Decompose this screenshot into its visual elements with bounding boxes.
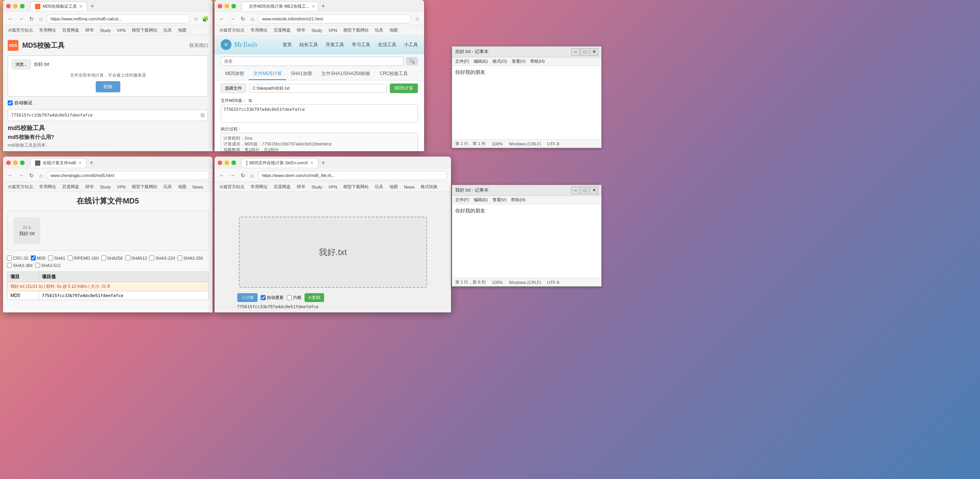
notepad2-content[interactable]: 你好我的朋友	[452, 204, 601, 278]
address-bar-win1[interactable]	[46, 14, 190, 23]
star-icon-win1[interactable]: ☆	[193, 15, 200, 23]
nav-study[interactable]: 学习工具	[352, 42, 370, 48]
notepad1-min-btn[interactable]: ─	[571, 48, 580, 56]
back-btn-win2[interactable]: ←	[218, 15, 226, 23]
reload-btn-win4[interactable]: ↻	[239, 172, 247, 179]
checkbox-sha512[interactable]: SHA512	[125, 255, 147, 260]
bm-baidu-win3[interactable]: 百度网盘	[61, 183, 81, 190]
tab-close-win2[interactable]: ✕	[312, 4, 315, 8]
tab-md5-encrypt[interactable]: MD5加密	[221, 68, 249, 80]
address-bar-win2[interactable]	[258, 14, 411, 23]
bm-map-win2[interactable]: 地图	[388, 27, 399, 34]
notepad1-max-btn[interactable]: □	[581, 48, 589, 56]
choose-file-btn[interactable]: 选择文件	[221, 83, 246, 93]
bm-common-win3[interactable]: 常用网址	[38, 183, 58, 190]
bm-common-win2[interactable]: 常用网址	[249, 27, 269, 34]
bm-model-win3[interactable]: 模型下载网站	[130, 183, 159, 190]
bm-map-win3[interactable]: 地图	[176, 183, 188, 190]
drop-zone-win4[interactable]: 我好.txt	[239, 217, 427, 288]
back-btn-win1[interactable]: ←	[6, 15, 15, 23]
metools-search-btn[interactable]: 🔍	[406, 57, 418, 65]
max-btn-win2[interactable]	[231, 4, 236, 8]
bm-huohu-win4[interactable]: 火狐官方站点	[218, 183, 246, 190]
bm-yanhua-win2[interactable]: 研华	[295, 27, 307, 34]
checkbox-sha3-256[interactable]: SHA3-256	[177, 255, 203, 260]
notepad1-menu-file[interactable]: 文件(F)	[455, 58, 469, 64]
bookmark-map[interactable]: 地图	[176, 27, 188, 34]
bm-news-win4[interactable]: News	[403, 184, 416, 190]
bm-huohu-win2[interactable]: 火狐官方站点	[218, 27, 246, 34]
checkbox-crc32[interactable]: CRC-32	[7, 255, 28, 260]
bm-map-win4[interactable]: 地图	[388, 183, 399, 190]
auto-verify-checkbox[interactable]	[8, 100, 13, 105]
checkbox-md5[interactable]: MD5	[31, 255, 46, 260]
md5-contact[interactable]: 联系我们	[190, 42, 208, 49]
notepad1-menu-format[interactable]: 格式(O)	[492, 58, 507, 64]
checkbox-sha256[interactable]: SHA256	[101, 255, 123, 260]
verify-button[interactable]: 校验	[96, 81, 120, 92]
nav-small[interactable]: 小工具	[404, 42, 418, 48]
notepad2-close-btn[interactable]: ✕	[590, 187, 598, 194]
nav-life[interactable]: 生活工具	[378, 42, 396, 48]
bookmark-yanhua[interactable]: 研华	[84, 27, 95, 34]
new-tab-btn-win1[interactable]: +	[89, 3, 95, 10]
max-btn-win4[interactable]	[231, 160, 236, 165]
star-icon-win2[interactable]: ☆	[414, 15, 421, 23]
notepad2-max-btn[interactable]: □	[581, 187, 589, 194]
checkbox-sha1[interactable]: SHA1	[48, 255, 65, 260]
reload-btn-win2[interactable]: ↻	[239, 15, 247, 23]
forward-btn-win1[interactable]: →	[17, 15, 25, 23]
metools-search-input[interactable]	[221, 57, 404, 66]
checkbox-ripemd[interactable]: RIPEMD-160	[68, 255, 99, 260]
bm-model-win4[interactable]: 模型下载网站	[342, 183, 370, 190]
home-btn-win3[interactable]: ⌂	[38, 172, 44, 179]
bm-model-win2[interactable]: 模型下载网站	[342, 27, 370, 34]
bm-baidu-win2[interactable]: 百度网盘	[272, 27, 292, 34]
home-btn-win4[interactable]: ⌂	[249, 172, 255, 179]
min-btn-win2[interactable]	[225, 4, 229, 8]
back-btn-win4[interactable]: ←	[218, 172, 226, 179]
new-tab-btn-win4[interactable]: +	[320, 159, 326, 166]
close-btn-win3[interactable]	[6, 160, 11, 165]
file-drop-area[interactable]: 21 b 我好.txt	[7, 211, 209, 251]
notepad1-content[interactable]: 你好我的朋友	[452, 66, 601, 139]
bm-study-win4[interactable]: Study	[310, 184, 324, 190]
notepad2-menu-view[interactable]: 查看(V)	[492, 197, 507, 203]
min-btn-win3[interactable]	[13, 160, 18, 165]
checkbox-sha3-224[interactable]: SHA3-224	[149, 255, 175, 260]
tab-win2-active[interactable]: 文件MD5在线计算-ME2在线工... ✕	[241, 2, 318, 11]
bm-yanhua-win3[interactable]: 研华	[84, 183, 95, 190]
tab-close-win1[interactable]: ✕	[79, 4, 82, 8]
bookmark-study-win1[interactable]: Study	[98, 27, 112, 33]
bm-toys-win3[interactable]: 玩具	[162, 183, 173, 190]
min-btn-win4[interactable]	[225, 160, 229, 165]
forward-btn-win4[interactable]: →	[228, 172, 237, 179]
close-btn-win4[interactable]	[218, 160, 222, 165]
bookmark-baidu[interactable]: 百度网盘	[61, 27, 81, 34]
checkbox-sha3-384[interactable]: SHA3-384	[7, 263, 33, 268]
notepad2-menu-file[interactable]: 文件(F)	[455, 197, 469, 203]
bm-yanhua-win4[interactable]: 研华	[295, 183, 307, 190]
tab-win3-active[interactable]: 在线计算文件md5 ✕	[30, 158, 87, 167]
tab-file-sha[interactable]: 文件SHA1/SHA256校验	[317, 68, 375, 80]
bm-vpn-win2[interactable]: VPN	[327, 27, 339, 33]
result-textarea[interactable]: 775615fcc33b797a4dc0e51fdeefafce	[221, 104, 418, 123]
nav-home[interactable]: 首页	[283, 42, 292, 48]
copy-icon-win2[interactable]: ⧉	[249, 98, 252, 103]
bookmark-toys[interactable]: 玩具	[162, 27, 173, 34]
notepad1-close-btn[interactable]: ✕	[590, 48, 598, 56]
reload-btn-win1[interactable]: ↻	[28, 15, 35, 23]
close-btn-win1[interactable]	[6, 4, 11, 8]
bookmark-vpn[interactable]: VPN	[115, 27, 127, 33]
notepad1-menu-view[interactable]: 查看(V)	[512, 58, 526, 64]
max-btn-win3[interactable]	[20, 160, 25, 165]
strerr-auto-label[interactable]: 自动更新	[261, 293, 284, 302]
bookmark-model[interactable]: 模型下载网站	[130, 27, 159, 34]
md5-calc-btn[interactable]: MD5计算	[390, 83, 418, 93]
bm-baidu-win4[interactable]: 百度网盘	[272, 183, 292, 190]
tab-crc[interactable]: CRC校验工具	[375, 68, 413, 80]
bm-huohu-win3[interactable]: 火狐官方站点	[6, 183, 35, 190]
notepad2-min-btn[interactable]: ─	[571, 187, 580, 194]
browse-button[interactable]: 浏览...	[12, 60, 31, 69]
max-btn-win1[interactable]	[20, 4, 25, 8]
